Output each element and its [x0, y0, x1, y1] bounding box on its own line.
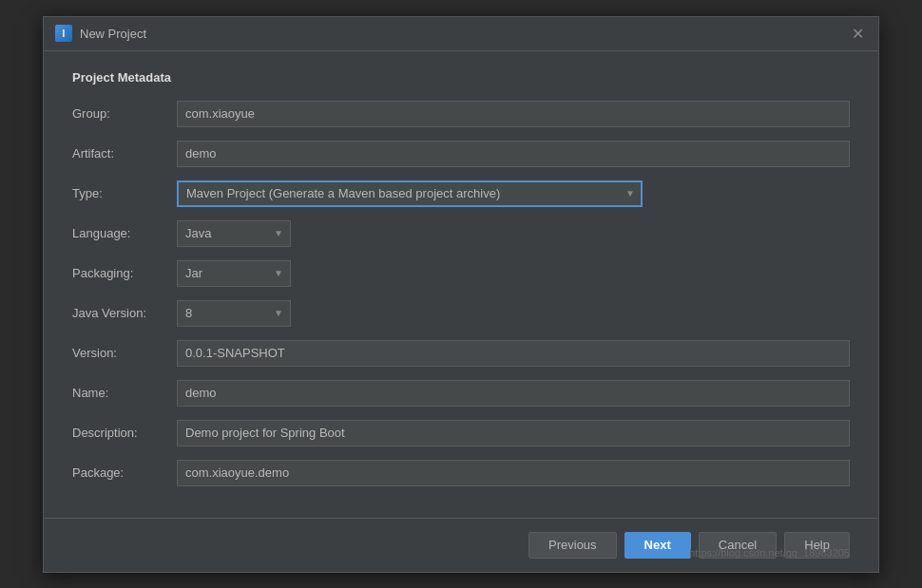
group-row: Group:	[72, 100, 850, 128]
section-title: Project Metadata	[72, 70, 850, 85]
package-row: Package:	[72, 459, 850, 487]
java-version-select[interactable]: 8 11 17	[177, 300, 291, 327]
watermark: https://blog.csdn.net/qq_18983205	[689, 547, 850, 559]
dialog-footer: Previous Next Cancel Help	[44, 518, 878, 572]
next-button[interactable]: Next	[624, 532, 691, 559]
package-label: Package:	[72, 465, 177, 480]
dialog-content: Project Metadata Group: Artifact: Type: …	[44, 51, 878, 518]
packaging-select[interactable]: Jar War	[177, 260, 291, 287]
artifact-row: Artifact:	[72, 140, 850, 168]
name-row: Name:	[72, 379, 850, 408]
footer-wrapper: Previous Next Cancel Help https://blog.c…	[44, 518, 878, 572]
new-project-dialog: I New Project ✕ Project Metadata Group: …	[43, 16, 879, 573]
type-select-wrapper: Maven Project (Generate a Maven based pr…	[177, 180, 643, 207]
language-row: Language: Java Kotlin Groovy ▼	[72, 219, 850, 248]
packaging-row: Packaging: Jar War ▼	[72, 259, 850, 288]
packaging-select-wrapper: Jar War ▼	[177, 260, 291, 287]
type-select[interactable]: Maven Project (Generate a Maven based pr…	[177, 180, 643, 207]
language-select-wrapper: Java Kotlin Groovy ▼	[177, 220, 291, 247]
type-label: Type:	[72, 186, 177, 200]
group-field	[177, 101, 850, 127]
description-input[interactable]	[177, 420, 850, 446]
artifact-input[interactable]	[177, 141, 850, 167]
previous-button[interactable]: Previous	[528, 532, 617, 559]
version-input[interactable]	[177, 340, 850, 367]
description-row: Description:	[72, 419, 850, 447]
artifact-field	[177, 141, 850, 167]
group-input[interactable]	[177, 101, 850, 127]
description-label: Description:	[72, 426, 177, 440]
java-version-select-wrapper: 8 11 17 ▼	[177, 300, 291, 327]
language-label: Language:	[72, 226, 177, 240]
java-version-label: Java Version:	[72, 306, 177, 320]
name-label: Name:	[72, 386, 177, 400]
language-select[interactable]: Java Kotlin Groovy	[177, 220, 291, 247]
type-row: Type: Maven Project (Generate a Maven ba…	[72, 180, 850, 208]
type-field: Maven Project (Generate a Maven based pr…	[177, 180, 850, 207]
package-input[interactable]	[177, 460, 850, 486]
artifact-label: Artifact:	[72, 146, 177, 161]
packaging-field: Jar War ▼	[177, 260, 850, 287]
name-input[interactable]	[177, 380, 850, 407]
app-icon: I	[55, 25, 72, 42]
version-row: Version:	[72, 339, 850, 368]
dialog-title: New Project	[80, 27, 146, 41]
version-field	[177, 340, 850, 367]
java-version-row: Java Version: 8 11 17 ▼	[72, 299, 850, 328]
java-version-field: 8 11 17 ▼	[177, 300, 850, 327]
group-label: Group:	[72, 106, 177, 121]
description-field	[177, 420, 850, 446]
close-button[interactable]: ✕	[848, 24, 867, 43]
package-field	[177, 460, 850, 486]
language-field: Java Kotlin Groovy ▼	[177, 220, 850, 247]
title-bar-left: I New Project	[55, 25, 146, 42]
title-bar: I New Project ✕	[44, 17, 878, 51]
version-label: Version:	[72, 346, 177, 360]
packaging-label: Packaging:	[72, 266, 177, 280]
name-field	[177, 380, 850, 407]
